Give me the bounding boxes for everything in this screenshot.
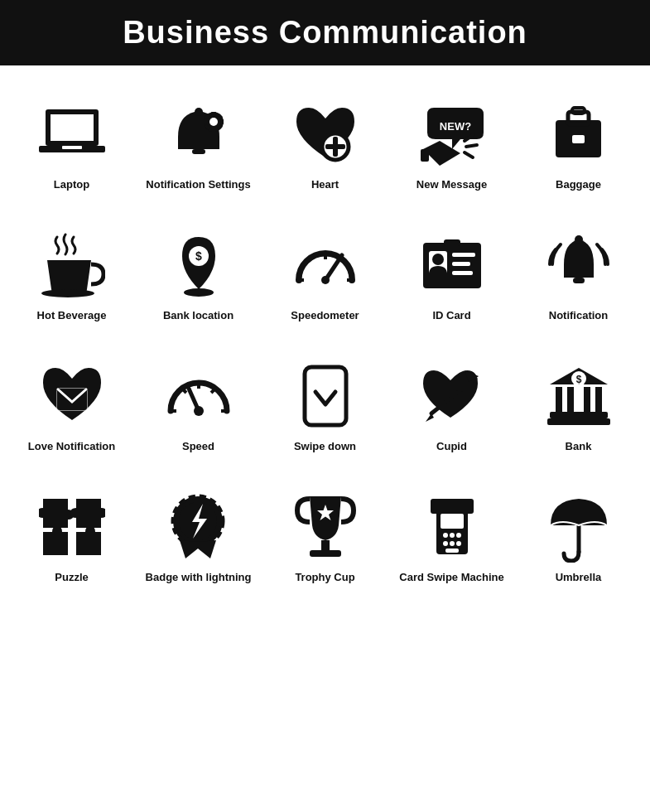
bank-location-icon: $ bbox=[161, 228, 236, 302]
page-header: Business Communication bbox=[0, 0, 650, 65]
baggage-item: Baggage bbox=[515, 82, 642, 213]
svg-line-23 bbox=[465, 152, 473, 157]
heart-icon bbox=[288, 97, 363, 172]
svg-rect-72 bbox=[310, 550, 341, 557]
notification-settings-item: Notification Settings bbox=[135, 82, 262, 213]
svg-rect-71 bbox=[321, 540, 330, 550]
svg-rect-82 bbox=[445, 549, 459, 553]
notification-settings-label: Notification Settings bbox=[146, 178, 250, 205]
id-card-label: ID Card bbox=[432, 309, 470, 336]
icon-grid: Laptop Notification Setting bbox=[0, 74, 650, 622]
speedometer-item: Speedometer bbox=[262, 213, 388, 344]
speed-icon bbox=[161, 359, 236, 433]
laptop-label: Laptop bbox=[54, 178, 89, 205]
svg-rect-26 bbox=[572, 135, 585, 143]
speedometer-label: Speedometer bbox=[291, 309, 359, 336]
svg-rect-10 bbox=[204, 119, 207, 124]
page-title: Business Communication bbox=[0, 15, 650, 51]
svg-rect-61 bbox=[567, 387, 574, 412]
puzzle-label: Puzzle bbox=[55, 571, 88, 597]
svg-rect-55 bbox=[305, 367, 346, 425]
svg-rect-8 bbox=[211, 112, 216, 115]
svg-rect-60 bbox=[556, 387, 562, 412]
notification-item: Notification bbox=[515, 213, 642, 344]
bank-icon: $ bbox=[542, 359, 616, 433]
svg-rect-9 bbox=[211, 128, 216, 132]
speed-label: Speed bbox=[182, 440, 214, 466]
svg-rect-75 bbox=[431, 499, 474, 514]
speed-item: Speed bbox=[135, 344, 262, 475]
badge-with-lightning-label: Badge with lightning bbox=[146, 571, 252, 597]
badge-with-lightning-icon bbox=[161, 490, 236, 564]
cupid-icon bbox=[415, 359, 489, 433]
svg-rect-44 bbox=[573, 278, 585, 283]
cupid-item: Cupid bbox=[388, 344, 515, 475]
new-message-label: New Message bbox=[416, 178, 487, 205]
svg-text:$: $ bbox=[575, 374, 581, 385]
svg-rect-11 bbox=[220, 119, 224, 124]
svg-point-39 bbox=[432, 254, 444, 265]
svg-point-79 bbox=[443, 541, 448, 546]
puzzle-item: Puzzle bbox=[8, 475, 135, 606]
svg-point-5 bbox=[195, 108, 203, 116]
svg-point-28 bbox=[41, 289, 94, 297]
cupid-label: Cupid bbox=[436, 440, 467, 466]
notification-icon bbox=[542, 228, 616, 302]
card-swipe-machine-icon bbox=[415, 490, 489, 564]
trophy-cup-label: Trophy Cup bbox=[295, 571, 354, 597]
love-notification-icon bbox=[35, 359, 109, 433]
new-message-icon: NEW? bbox=[415, 97, 489, 172]
baggage-icon bbox=[542, 97, 616, 172]
hot-beverage-icon bbox=[35, 228, 109, 302]
svg-point-80 bbox=[450, 541, 455, 546]
svg-point-7 bbox=[209, 118, 218, 126]
bank-location-item: $ Bank location bbox=[135, 213, 262, 344]
svg-line-22 bbox=[466, 145, 477, 147]
puzzle-icon bbox=[35, 490, 109, 564]
svg-rect-64 bbox=[550, 412, 608, 418]
speedometer-icon bbox=[288, 228, 363, 302]
card-swipe-machine-label: Card Swipe Machine bbox=[399, 571, 503, 597]
svg-rect-43 bbox=[444, 239, 460, 246]
heart-item: Heart bbox=[262, 82, 388, 213]
svg-rect-65 bbox=[547, 418, 610, 425]
baggage-label: Baggage bbox=[556, 178, 601, 205]
notification-settings-icon bbox=[161, 97, 236, 172]
trophy-cup-icon bbox=[288, 490, 363, 564]
heart-label: Heart bbox=[311, 178, 339, 205]
svg-point-45 bbox=[575, 235, 583, 244]
swipe-down-icon bbox=[288, 359, 363, 433]
bank-item: $ Bank bbox=[515, 344, 642, 475]
badge-with-lightning-item: Badge with lightning bbox=[135, 475, 262, 606]
svg-rect-63 bbox=[595, 387, 602, 412]
hot-beverage-label: Hot Beverage bbox=[37, 309, 107, 336]
svg-point-49 bbox=[194, 406, 204, 416]
svg-rect-41 bbox=[452, 262, 470, 266]
laptop-item: Laptop bbox=[8, 82, 135, 213]
new-message-item: NEW? New Message bbox=[388, 82, 515, 213]
bank-location-label: Bank location bbox=[163, 309, 234, 336]
svg-rect-42 bbox=[452, 271, 473, 275]
svg-point-81 bbox=[456, 541, 461, 546]
svg-rect-18 bbox=[325, 144, 345, 149]
hot-beverage-item: Hot Beverage bbox=[8, 213, 135, 344]
card-swipe-machine-item: Card Swipe Machine bbox=[388, 475, 515, 606]
svg-point-33 bbox=[321, 276, 330, 284]
notification-label: Notification bbox=[549, 309, 609, 336]
svg-rect-74 bbox=[441, 514, 464, 529]
umbrella-label: Umbrella bbox=[556, 571, 602, 597]
swipe-down-item: Swipe down bbox=[262, 344, 388, 475]
svg-rect-62 bbox=[584, 387, 590, 412]
svg-text:NEW?: NEW? bbox=[439, 120, 470, 133]
laptop-icon bbox=[35, 97, 109, 172]
bank-label: Bank bbox=[566, 440, 592, 466]
id-card-icon bbox=[415, 228, 489, 302]
svg-rect-1 bbox=[51, 114, 94, 141]
svg-rect-40 bbox=[452, 253, 475, 257]
svg-point-76 bbox=[443, 533, 448, 538]
svg-rect-20 bbox=[421, 149, 429, 162]
svg-rect-4 bbox=[192, 149, 205, 154]
svg-point-77 bbox=[450, 533, 455, 538]
swipe-down-label: Swipe down bbox=[294, 440, 356, 466]
trophy-cup-item: Trophy Cup bbox=[262, 475, 388, 606]
